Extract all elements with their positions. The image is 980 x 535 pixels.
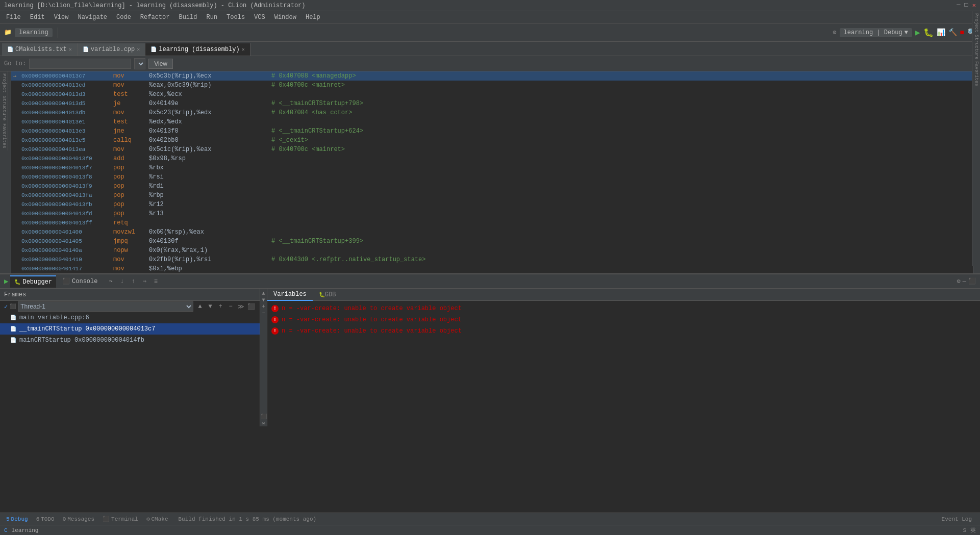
- run-config[interactable]: learning | Debug ▼: [840, 28, 912, 37]
- menu-run[interactable]: Run: [202, 13, 221, 22]
- code-line-7[interactable]: 0x000000000004013e3 jne 0x4013f0 # <__tm…: [11, 126, 973, 136]
- code-line-15[interactable]: 0x00000000000004013fb pop %r12: [11, 200, 973, 209]
- coverage-button[interactable]: 📊: [937, 28, 945, 37]
- todo-status-btn[interactable]: 6 TODO: [34, 516, 57, 522]
- menu-window[interactable]: Window: [270, 13, 300, 22]
- tab-variable-cpp[interactable]: 📄 variable.cpp ✕: [78, 43, 145, 56]
- code-line-5[interactable]: 0x000000000004013db mov 0x5c23(%rip),%ed…: [11, 108, 973, 117]
- code-line-current[interactable]: → 0x000000000004013c7 mov 0x5c3b(%rip),%…: [11, 71, 973, 81]
- menu-navigate[interactable]: Navigate: [73, 13, 111, 22]
- menu-edit[interactable]: Edit: [26, 13, 49, 22]
- code-line-17[interactable]: 0x00000000000004013ff retq: [11, 218, 973, 227]
- frames-body: ✓ ⬛ Thread-1 ▲ ▼ + − ≫ ⬛: [0, 301, 260, 426]
- code-line-21[interactable]: 0x0000000000401410 mov 0x2fb9(%rip),%rsi…: [11, 255, 973, 264]
- tab-cmakelists-close[interactable]: ✕: [69, 46, 72, 53]
- tab-cmakelists[interactable]: 📄 CMakeLists.txt ✕: [2, 43, 78, 56]
- goto-input[interactable]: [29, 59, 131, 69]
- code-line-12[interactable]: 0x00000000000004013f8 pop %rsi: [11, 172, 973, 182]
- code-line-19[interactable]: 0x0000000000401405 jmpq 0x40130f # <__tm…: [11, 237, 973, 246]
- menu-refactor[interactable]: Refactor: [136, 13, 174, 22]
- code-line-13[interactable]: 0x00000000000004013f9 pop %rdi: [11, 182, 973, 191]
- goto-dropdown[interactable]: [134, 58, 145, 69]
- tab-disassembly-close[interactable]: ✕: [242, 46, 245, 53]
- debug-button[interactable]: 🐛: [923, 28, 934, 38]
- run-button[interactable]: ▶: [915, 28, 920, 38]
- frame-up-btn[interactable]: ▲: [262, 291, 265, 296]
- code-line-14[interactable]: 0x00000000000004013fa pop %rbp: [11, 191, 973, 200]
- terminal-status-btn[interactable]: ⬛ Terminal: [100, 516, 140, 522]
- code-line-6[interactable]: 0x000000000004013e1 test %edx,%edx: [11, 117, 973, 126]
- step-over-button[interactable]: ↷: [106, 276, 116, 287]
- thread-layout-btn[interactable]: ⬛: [246, 302, 256, 311]
- code-operands-12: %rsi: [149, 173, 271, 181]
- debug-status-btn[interactable]: 5 Debug: [4, 516, 30, 522]
- console-tab[interactable]: ⬛ Console: [58, 275, 102, 288]
- code-line-3[interactable]: 0x000000000004013d3 test %ecx,%ecx: [11, 90, 973, 99]
- debug-settings-icon[interactable]: ⚙: [957, 277, 961, 285]
- build-button[interactable]: 🔨: [948, 28, 957, 37]
- stop-button[interactable]: ■: [960, 29, 964, 37]
- thread-add-btn[interactable]: +: [216, 302, 225, 311]
- thread-up-btn[interactable]: ▲: [195, 302, 205, 311]
- maximize-window-icon[interactable]: □: [965, 2, 968, 9]
- run-to-cursor-button[interactable]: ⇒: [139, 276, 149, 287]
- left-project-icon[interactable]: Project: [2, 73, 7, 93]
- left-favorites-icon[interactable]: Favorites: [2, 123, 7, 148]
- code-addr-5: 0x000000000004013db: [21, 110, 113, 116]
- frame-add-btn[interactable]: +: [262, 304, 265, 310]
- event-log-btn[interactable]: Event Log: [942, 516, 972, 522]
- menu-file[interactable]: File: [2, 13, 25, 22]
- thread-more-btn[interactable]: ≫: [236, 302, 245, 311]
- code-line-10[interactable]: 0x00000000000004013f0 add $0x98,%rsp: [11, 154, 973, 163]
- menu-tools[interactable]: Tools: [222, 13, 249, 22]
- menu-build[interactable]: Build: [174, 13, 201, 22]
- frame-down-btn[interactable]: ▼: [262, 297, 265, 303]
- debug-resume-button[interactable]: ▶: [4, 277, 8, 286]
- menu-help[interactable]: Help: [301, 13, 324, 22]
- code-line-4[interactable]: 0x000000000004013d5 je 0x40149e # <__tma…: [11, 99, 973, 108]
- right-panel-icon-1[interactable]: Project: [974, 13, 979, 33]
- right-sidebar: Project Structure Favorites: [972, 11, 980, 266]
- variables-tab[interactable]: Variables: [267, 289, 313, 301]
- frame-minus-btn[interactable]: −: [262, 311, 265, 316]
- evaluate-button[interactable]: ≡: [150, 276, 161, 287]
- view-button[interactable]: View: [148, 59, 173, 69]
- minimize-window-icon[interactable]: ─: [957, 2, 960, 9]
- code-line-18[interactable]: 0x0000000000401400 movzwl 0x60(%rsp),%ea…: [11, 227, 973, 237]
- frames-panel: Frames ✓ ⬛ Thread-1 ▲ ▼ + − ≫ ⬛: [0, 289, 260, 426]
- tab-variable-close[interactable]: ✕: [137, 46, 140, 53]
- debugger-tab[interactable]: 🐛 Debugger: [10, 275, 56, 288]
- menu-code[interactable]: Code: [112, 13, 135, 22]
- cmake-status-label: CMake: [152, 516, 168, 522]
- code-line-20[interactable]: 0x000000000040140a nopw 0x0(%rax,%rax,1): [11, 246, 973, 255]
- frame-copy-btn[interactable]: ⬛: [261, 414, 267, 420]
- thread-remove-btn[interactable]: −: [226, 302, 235, 311]
- frame-tmain[interactable]: 📄 __tmainCRTStartup 0x000000000004013c7: [0, 323, 260, 335]
- thread-down-btn[interactable]: ▼: [206, 302, 215, 311]
- step-out-button[interactable]: ↑: [128, 276, 138, 287]
- frame-main[interactable]: 📄 main variable.cpp:6: [0, 312, 260, 323]
- code-line-9[interactable]: 0x000000000004013ea mov 0x5c1c(%rip),%ea…: [11, 145, 973, 154]
- gdb-tab[interactable]: 🐛 GDB: [313, 289, 342, 301]
- cmake-status-btn[interactable]: ⚙ CMake: [144, 516, 170, 522]
- messages-status-btn[interactable]: 0 Messages: [61, 516, 96, 522]
- right-panel-icon-2[interactable]: Structure: [974, 35, 979, 60]
- tab-disassembly[interactable]: 📄 learning (disassembly) ✕: [145, 43, 250, 56]
- step-into-button[interactable]: ↓: [117, 276, 127, 287]
- debug-restore-icon[interactable]: ⬛: [968, 277, 976, 285]
- debug-minimize-icon[interactable]: ─: [963, 278, 966, 285]
- menu-view[interactable]: View: [50, 13, 73, 22]
- frame-filter-btn[interactable]: ∞: [262, 421, 265, 426]
- left-structure-icon[interactable]: Structure: [2, 96, 7, 121]
- code-line-2[interactable]: 0x000000000004013cd mov %eax,0x5c39(%rip…: [11, 81, 973, 90]
- code-line-8[interactable]: 0x000000000004013e5 callq 0x402bb0 # <_c…: [11, 136, 973, 145]
- frame-maincrt[interactable]: 📄 mainCRTStartup 0x000000000004014fb: [0, 335, 260, 346]
- code-line-11[interactable]: 0x00000000000004013f7 pop %rbx: [11, 163, 973, 172]
- right-panel-icon-3[interactable]: Favorites: [974, 61, 979, 86]
- code-line-16[interactable]: 0x00000000000004013fd pop %r13: [11, 209, 973, 218]
- code-line-22[interactable]: 0x0000000000401417 mov $0x1,%ebp: [11, 264, 973, 273]
- menu-vcs[interactable]: VCS: [250, 13, 269, 22]
- close-window-icon[interactable]: ✕: [972, 2, 976, 9]
- code-mnemonic-14: pop: [113, 192, 149, 199]
- thread-selector[interactable]: Thread-1: [18, 301, 193, 312]
